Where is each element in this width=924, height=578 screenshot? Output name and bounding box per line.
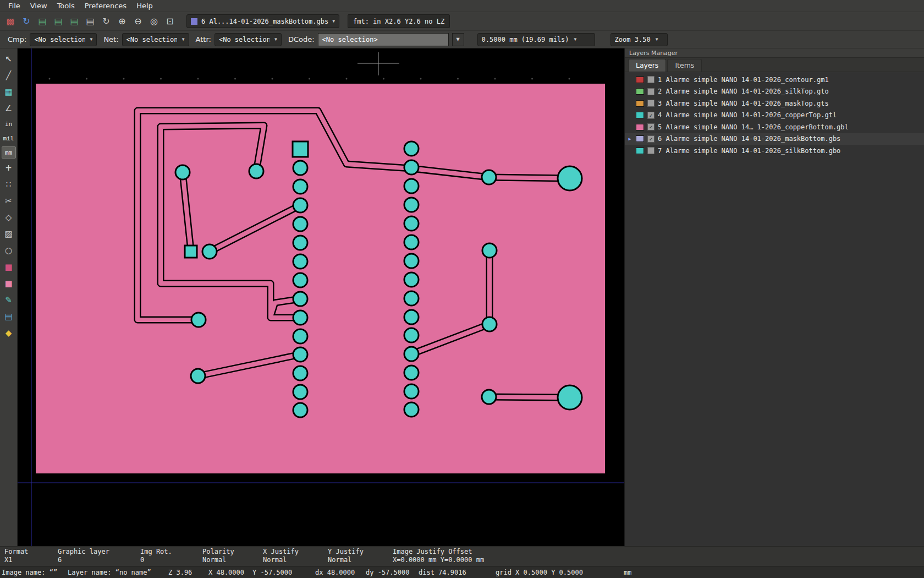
- unit-mil-button[interactable]: mil: [2, 132, 16, 144]
- layer-row[interactable]: 2 Alarme simple NANO 14-01-2026_silkTop.…: [625, 86, 924, 98]
- menu-help[interactable]: Help: [131, 1, 158, 10]
- aperture-combo[interactable]: 0.5000 mm (19.69 mils) ▼: [477, 33, 595, 46]
- tab-items[interactable]: Items: [667, 59, 702, 72]
- shape-tool-icon[interactable]: ○: [2, 243, 16, 258]
- layer-row[interactable]: 7 Alarme simple NANO 14-01-2026_silkBott…: [625, 145, 924, 157]
- layer-visibility-checkbox[interactable]: [647, 147, 654, 154]
- cmp-combo-value: <No selection>: [34, 36, 85, 43]
- zoom-in-icon[interactable]: ⊕: [115, 14, 129, 29]
- open-layer-icon[interactable]: ▤: [35, 14, 50, 29]
- pcb-drawing[interactable]: [18, 48, 624, 546]
- zoom-combo[interactable]: Zoom 3.50 ▼: [610, 33, 668, 46]
- erase-tool-icon[interactable]: ◇: [2, 210, 16, 225]
- menu-tools[interactable]: Tools: [52, 1, 80, 10]
- dcode-label: DCode:: [288, 35, 315, 43]
- layer-color-swatch[interactable]: [636, 88, 644, 95]
- layer-color-swatch[interactable]: [636, 100, 644, 107]
- active-layer-combo-label: 6 Al...14-01-2026_maskBottom.gbs: [201, 18, 328, 25]
- layer-name-label: Layer name: “no name”: [68, 569, 168, 576]
- layer-row[interactable]: ▶✓6 Alarme simple NANO 14-01-2026_maskBo…: [625, 133, 924, 145]
- layer-color-swatch[interactable]: [636, 77, 644, 83]
- selected-layer-arrow-icon: ▶: [627, 137, 632, 141]
- document-tool-icon[interactable]: ▤: [2, 309, 16, 324]
- dcode-entry[interactable]: <No selection>: [318, 33, 449, 46]
- menu-preferences[interactable]: Preferences: [80, 1, 131, 10]
- main-toolbar: ▩↻▤▤▤▤↻⊕⊖◎⊡ 6 Al...14-01-2026_maskBottom…: [0, 12, 924, 31]
- layers-manager-title: Layers Manager: [625, 48, 924, 58]
- chevron-down-icon: ▼: [656, 37, 658, 42]
- gerbv-window: FileViewToolsPreferencesHelp ▩↻▤▤▤▤↻⊕⊖◎⊡…: [0, 0, 924, 578]
- layer-color-swatch[interactable]: [636, 112, 644, 118]
- unit-in-button[interactable]: in: [2, 118, 16, 130]
- layer-color-swatch[interactable]: [636, 124, 644, 130]
- layer-visibility-checkbox[interactable]: [647, 76, 654, 83]
- cursor-y-label: Y -57.5000: [252, 569, 315, 576]
- status-bar: FormatX1Graphic layer6Img Rot.0PolarityN…: [0, 546, 924, 566]
- layer-visibility-checkbox[interactable]: [647, 100, 654, 107]
- attr-combo-value: <No selection>: [219, 36, 270, 43]
- zoom-z-label: Z 3.96: [168, 569, 208, 576]
- paint-tool-icon[interactable]: ✎: [2, 293, 16, 307]
- net-combo[interactable]: <No selection> ▼: [122, 33, 189, 46]
- reload-project-icon[interactable]: ↻: [19, 14, 34, 29]
- pointer-tool-icon[interactable]: ↖: [2, 52, 16, 66]
- status-format: FormatX1: [4, 548, 58, 566]
- unit-label: mm: [624, 569, 631, 576]
- cmp-combo[interactable]: <No selection> ▼: [30, 33, 97, 46]
- layer-color-swatch[interactable]: [636, 148, 644, 154]
- toolbar-icon-group: ▩↻▤▤▤▤↻⊕⊖◎⊡: [3, 14, 177, 29]
- delta-x-label: dx 48.0000: [315, 569, 366, 576]
- layer-row[interactable]: ✓4 Alarme simple NANO 14-01-2026_copperT…: [625, 110, 924, 122]
- attr-combo[interactable]: <No selection> ▼: [215, 33, 282, 46]
- fill-tool-icon[interactable]: ▨: [2, 227, 16, 241]
- chevron-down-icon: ▼: [457, 37, 460, 42]
- layer-color-pink-icon[interactable]: ■: [2, 276, 16, 291]
- tool-palette: ↖╱▦∠inmilmm+∷✂◇▨○■■✎▤◆: [0, 48, 18, 546]
- dcode-dropdown-button[interactable]: ▼: [452, 33, 464, 46]
- delta-y-label: dy -57.5000: [366, 569, 419, 576]
- layer-list: 1 Alarme simple NANO 14-01-2026_contour.…: [625, 72, 924, 546]
- layer-color-swatch[interactable]: [636, 135, 644, 142]
- layer-name-label: 2 Alarme simple NANO 14-01-2026_silkTop.…: [658, 88, 829, 95]
- angle-tool-icon[interactable]: ∠: [2, 101, 16, 116]
- menu-view[interactable]: View: [25, 1, 52, 10]
- layer-color-red-icon[interactable]: ■: [2, 260, 16, 274]
- layer-name-label: 4 Alarme simple NANO 14-01-2026_copperTo…: [658, 111, 837, 119]
- print-icon[interactable]: ▤: [83, 14, 97, 29]
- unit-mm-button[interactable]: mm: [2, 146, 16, 159]
- layer-visibility-checkbox[interactable]: [647, 88, 654, 95]
- zoom-combo-value: Zoom 3.50: [615, 36, 651, 43]
- layer-name-label: 5 Alarme simple NANO 14… 1-2026_copperBo…: [658, 123, 849, 131]
- grid-label: grid X 0.5000 Y 0.5000: [496, 569, 624, 576]
- layer-row[interactable]: 3 Alarme simple NANO 14-01-2026_maskTop.…: [625, 97, 924, 110]
- points-tool-icon[interactable]: ∷: [2, 177, 16, 192]
- layer-visibility-checkbox[interactable]: ✓: [647, 123, 654, 130]
- export-layer-icon[interactable]: ▤: [67, 14, 81, 29]
- tab-layers[interactable]: Layers: [628, 59, 666, 72]
- layer-row[interactable]: ✓5 Alarme simple NANO 14… 1-2026_copperB…: [625, 121, 924, 133]
- layer-name-label: 6 Alarme simple NANO 14-01-2026_maskBott…: [658, 135, 840, 143]
- cmp-label: Cmp:: [8, 35, 26, 43]
- layer-row[interactable]: 1 Alarme simple NANO 14-01-2026_contour.…: [625, 74, 924, 86]
- move-tool-icon[interactable]: +: [2, 161, 16, 175]
- layer-visibility-checkbox[interactable]: ✓: [647, 135, 654, 143]
- menu-file[interactable]: File: [3, 1, 25, 10]
- layers-manager-panel: Layers Manager LayersItems 1 Alarme simp…: [624, 48, 924, 546]
- distance-label: dist 74.9016: [419, 569, 496, 576]
- zoom-fit-icon[interactable]: ◎: [147, 14, 161, 29]
- status-polarity: PolarityNormal: [202, 548, 263, 566]
- pcb-canvas[interactable]: [18, 48, 624, 546]
- cut-tool-icon[interactable]: ✂: [2, 194, 16, 208]
- net-label: Net:: [103, 35, 118, 43]
- chevron-down-icon: ▼: [574, 37, 577, 42]
- grid-tool-icon[interactable]: ▦: [2, 85, 16, 99]
- zoom-window-icon[interactable]: ⊡: [163, 14, 177, 29]
- refresh-icon[interactable]: ↻: [99, 14, 113, 29]
- new-project-icon[interactable]: ▩: [3, 14, 18, 29]
- import-layer-icon[interactable]: ▤: [51, 14, 65, 29]
- measure-tool-icon[interactable]: ╱: [2, 68, 16, 83]
- zoom-out-icon[interactable]: ⊖: [131, 14, 145, 29]
- active-layer-combo[interactable]: 6 Al...14-01-2026_maskBottom.gbs ▼: [186, 14, 339, 28]
- layer-visibility-checkbox[interactable]: ✓: [647, 112, 654, 119]
- layers-stack-icon[interactable]: ◆: [2, 326, 16, 340]
